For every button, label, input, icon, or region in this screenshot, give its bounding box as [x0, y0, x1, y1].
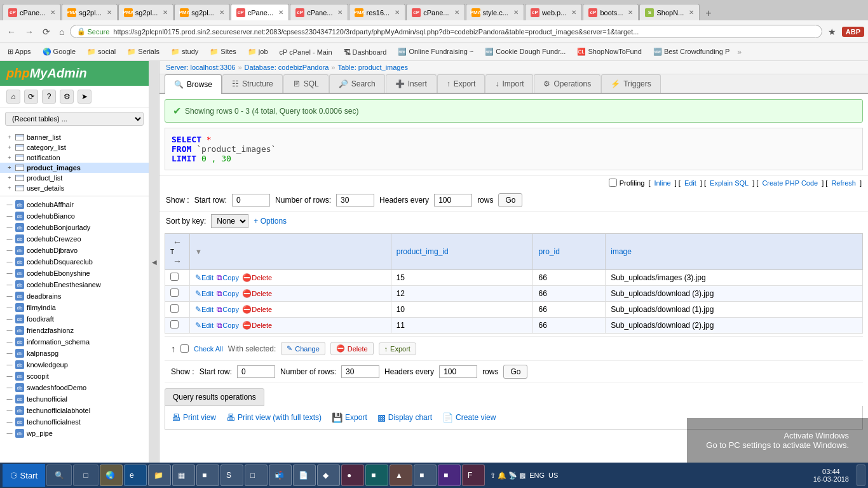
- change-button[interactable]: ✎ Change: [281, 342, 325, 355]
- tab-close[interactable]: ✕: [163, 9, 168, 16]
- tab-browse[interactable]: 🔍 Browse: [165, 74, 222, 94]
- show-go-button-bottom[interactable]: Go: [503, 365, 527, 379]
- tab-pma-1[interactable]: PMA sg2pl... ✕: [62, 4, 117, 20]
- row3-copy-link[interactable]: Copy: [222, 306, 239, 313]
- check-all-button[interactable]: Check All: [194, 345, 223, 353]
- number-rows-input-bottom[interactable]: [341, 365, 379, 378]
- nav-up-icon[interactable]: ↑: [171, 344, 175, 354]
- db-item-scoopit[interactable]: — db scoopit: [0, 370, 149, 382]
- db-item-codehubbianco[interactable]: — db codehubBianco: [0, 210, 149, 222]
- db-item-codehubaffhair[interactable]: — db codehubAffhair: [0, 199, 149, 210]
- refresh-icon-btn[interactable]: ⟳: [24, 90, 38, 104]
- db-item-techunofficial[interactable]: — db techunofficial: [0, 393, 149, 405]
- col-image[interactable]: image: [606, 234, 863, 270]
- bookmark-apps[interactable]: ⊞ Apps: [4, 46, 35, 57]
- row1-checkbox[interactable]: [170, 273, 179, 281]
- db-item-wp-pipe[interactable]: — db wp_pipe: [0, 428, 149, 439]
- profiling-checkbox-label[interactable]: Profiling: [609, 179, 645, 187]
- row1-copy-link[interactable]: Copy: [222, 274, 239, 281]
- forward-button[interactable]: →: [22, 25, 37, 39]
- row1-delete-link[interactable]: Delete: [252, 274, 272, 281]
- start-row-input-bottom[interactable]: [237, 365, 275, 378]
- show-go-button[interactable]: Go: [498, 193, 522, 207]
- row4-delete-link[interactable]: Delete: [252, 322, 272, 329]
- tab-cpanel-3[interactable]: cP cPane... ✕: [406, 4, 465, 20]
- headers-input[interactable]: [434, 194, 472, 207]
- nav-right-arrow[interactable]: →: [170, 256, 184, 266]
- bookmark-serials[interactable]: 📁 Serials: [123, 46, 163, 57]
- row4-checkbox[interactable]: [170, 320, 179, 329]
- settings-icon-btn[interactable]: ⚙: [60, 90, 74, 104]
- home-button[interactable]: ⌂: [56, 25, 67, 39]
- back-button[interactable]: ←: [4, 25, 19, 39]
- export-selected-button[interactable]: ↑ Export: [379, 342, 416, 355]
- tab-close[interactable]: ✕: [107, 9, 112, 16]
- query-results-header[interactable]: Query results operations: [165, 388, 264, 406]
- bookmark-shopnow[interactable]: 🆑 ShopNowToFund: [573, 46, 645, 57]
- bookmark-cpanel[interactable]: cP cPanel - Main: [276, 47, 336, 57]
- tab-close[interactable]: ✕: [278, 9, 283, 16]
- export-link[interactable]: 💾 Export: [332, 412, 367, 423]
- bookmark-dashboard[interactable]: 🏗 Dashboard: [340, 47, 391, 57]
- tab-structure[interactable]: ☷ Structure: [222, 74, 283, 93]
- bookmark-google[interactable]: 🌎 Google: [39, 46, 80, 57]
- number-rows-input[interactable]: [336, 194, 374, 207]
- bookmark-social[interactable]: 📁 social: [83, 46, 119, 57]
- logout-icon-btn[interactable]: ➤: [78, 90, 92, 104]
- db-item-information-schema[interactable]: — db information_schema: [0, 336, 149, 348]
- display-chart-link[interactable]: ▩ Display chart: [377, 412, 432, 423]
- tab-import[interactable]: ↓ Import: [485, 74, 533, 93]
- sql-editor[interactable]: SELECT * FROM `product_images` LIMIT 0 ,…: [165, 128, 863, 170]
- db-item-foodkraft[interactable]: — db foodkraft: [0, 313, 149, 325]
- db-item-category-list[interactable]: + category_list: [0, 142, 149, 152]
- print-full-link[interactable]: 🖶 Print view (with full texts): [226, 412, 322, 423]
- db-item-user-details[interactable]: + user_details: [0, 183, 149, 193]
- home-icon-btn[interactable]: ⌂: [6, 90, 20, 104]
- nav-left-arrow[interactable]: ←: [170, 237, 184, 247]
- delete-selected-button[interactable]: ⛔ Delete: [330, 342, 374, 355]
- tab-close[interactable]: ✕: [628, 9, 633, 16]
- tab-web[interactable]: cP web.p... ✕: [525, 4, 583, 20]
- col-product-img-id[interactable]: product_img_id: [391, 234, 533, 270]
- breadcrumb-database[interactable]: Database: codebizPandora: [245, 64, 329, 71]
- db-item-codehubebonyshine[interactable]: — db codehubEbonyshine: [0, 268, 149, 279]
- sort-key-select[interactable]: None: [211, 214, 248, 228]
- tab-pma-3[interactable]: PMA sg2pl... ✕: [174, 4, 229, 20]
- db-item-codehubbonjourlady[interactable]: — db codehubBonjourlady: [0, 222, 149, 233]
- tab-close[interactable]: ✕: [219, 9, 224, 16]
- db-item-banner-list[interactable]: + banner_list: [0, 132, 149, 142]
- breadcrumb-server[interactable]: Server: localhost:3306: [166, 64, 235, 71]
- row3-checkbox[interactable]: [170, 304, 179, 313]
- row3-delete-link[interactable]: Delete: [252, 306, 272, 313]
- help-icon-btn[interactable]: ?: [42, 90, 56, 104]
- tab-cpanel-2[interactable]: cP cPane... ✕: [290, 4, 348, 20]
- tab-pma-res[interactable]: PMA res16... ✕: [349, 4, 405, 20]
- row2-copy-link[interactable]: Copy: [222, 290, 239, 297]
- new-tab-button[interactable]: +: [703, 6, 714, 20]
- bookmark-cookie[interactable]: 🆕 Cookie Dough Fundr...: [481, 46, 569, 57]
- bookmark-crowdfunding[interactable]: 🆕 Best Crowdfunding P: [649, 46, 733, 57]
- tab-close-1[interactable]: ✕: [50, 9, 55, 16]
- db-item-codehubdsquareclub[interactable]: — db codehubDsquareclub: [0, 256, 149, 268]
- address-bar[interactable]: 🔒 Secure https://sg2plcpnl0175.prod.sin2…: [70, 25, 822, 38]
- db-item-codehubcrewzeo[interactable]: — db codehubCrewzeo: [0, 233, 149, 245]
- recent-tables-select[interactable]: (Recent tables) ...: [5, 112, 144, 126]
- row4-edit-link[interactable]: Edit: [201, 322, 214, 329]
- inline-link[interactable]: Inline: [654, 179, 670, 187]
- tab-close[interactable]: ✕: [395, 9, 400, 16]
- row2-edit-link[interactable]: Edit: [201, 290, 214, 297]
- col-filter-icon[interactable]: ▼: [195, 248, 202, 255]
- db-item-product-list[interactable]: + product_list: [0, 173, 149, 183]
- reload-button[interactable]: ⟳: [39, 25, 53, 39]
- tab-close[interactable]: ✕: [571, 9, 576, 16]
- create-view-link[interactable]: 📄 Create view: [442, 412, 496, 423]
- tab-shopify[interactable]: S ShopN... ✕: [639, 4, 700, 20]
- bookmark-fundraising[interactable]: 🆕 Online Fundraising ~: [394, 46, 477, 57]
- db-item-knowledgeup[interactable]: — db knowledgeup: [0, 359, 149, 370]
- db-item-swadeshfooddemo[interactable]: — db swadeshfoodDemo: [0, 382, 149, 393]
- edit-link[interactable]: Edit: [684, 179, 696, 187]
- breadcrumb-table[interactable]: Table: product_images: [337, 64, 408, 71]
- sidebar-toggle[interactable]: ◀: [149, 61, 159, 463]
- db-item-filmyindia[interactable]: — db filmyindia: [0, 302, 149, 313]
- check-all-checkbox[interactable]: [180, 344, 189, 353]
